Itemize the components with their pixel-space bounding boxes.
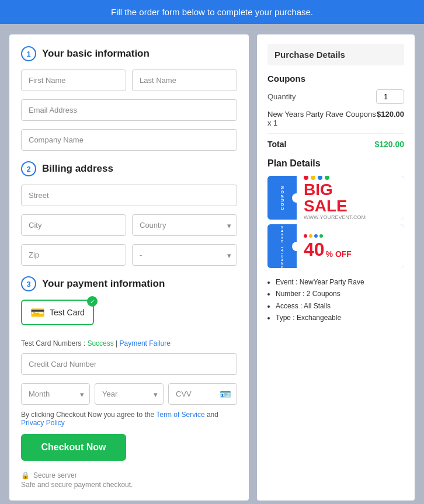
checkout-button[interactable]: Checkout Now	[21, 434, 126, 461]
item-price: $120.00	[377, 110, 404, 119]
item-name: New Years Party Rave Coupons x 1	[267, 110, 377, 127]
company-row	[21, 129, 237, 151]
terms-link1[interactable]: Term of Service	[156, 411, 204, 419]
plan-detail-2: Number : 2 Coupons	[276, 288, 404, 300]
section3-header: 3 Your payment information	[21, 276, 237, 291]
success-link[interactable]: Success	[87, 339, 113, 347]
ticket2-percent: 40	[304, 240, 325, 259]
dot2-blue	[314, 234, 318, 238]
total-label: Total	[267, 140, 286, 149]
terms-before: By clicking Checkout Now you agree to th…	[21, 411, 156, 419]
street-input[interactable]	[21, 185, 237, 206]
state-select[interactable]: -	[132, 244, 237, 266]
terms-middle: and	[205, 411, 218, 419]
right-panel: Purchase Details Coupons Quantity New Ye…	[257, 34, 415, 500]
lock-icon: 🔒	[21, 471, 30, 479]
plan-detail-4: Type : Exchangeable	[276, 312, 404, 324]
quantity-row: Quantity	[267, 89, 404, 104]
city-input[interactable]	[21, 214, 126, 236]
dot2-green	[319, 234, 323, 238]
quantity-label: Quantity	[267, 92, 296, 101]
percent-row: 40 % OFF	[304, 240, 397, 259]
ticket-big-sale: COUPON BIGSALE WWW.YOUREVENT.COM	[267, 176, 404, 220]
name-row	[21, 69, 237, 91]
plan-detail-3: Access : All Stalls	[276, 300, 404, 312]
cc-number-row	[21, 353, 237, 375]
section3-number: 3	[21, 276, 36, 291]
quantity-input[interactable]	[376, 89, 404, 104]
payment-details-row: Month Year 🪪	[21, 383, 237, 405]
company-input[interactable]	[21, 129, 237, 151]
ticket-container: COUPON BIGSALE WWW.YOUREVENT.COM	[267, 176, 404, 268]
first-name-field	[21, 69, 126, 91]
zip-input[interactable]	[21, 244, 126, 266]
terms-text: By clicking Checkout Now you agree to th…	[21, 411, 237, 427]
ticket1-sub: WWW.YOUREVENT.COM	[304, 214, 397, 220]
last-name-field	[132, 69, 237, 91]
secure-server-row: 🔒 Secure server	[21, 471, 237, 479]
dot2-yellow	[309, 234, 312, 238]
banner-text: Fill the order form below to complete yo…	[111, 7, 313, 17]
first-name-input[interactable]	[21, 69, 126, 91]
card-check-icon: ✓	[87, 296, 98, 307]
section1-header: 1 Your basic information	[21, 46, 237, 61]
section1-number: 1	[21, 46, 36, 61]
failure-link[interactable]: Payment Failure	[120, 339, 171, 347]
cvv-icon: 🪪	[220, 388, 231, 399]
item-row: New Years Party Rave Coupons x 1 $120.00	[267, 110, 404, 134]
purchase-details-header: Purchase Details	[267, 44, 404, 65]
ticket1-main: BIGSALE	[304, 182, 397, 214]
ticket1-stub: COUPON	[267, 176, 297, 220]
cvv-wrapper: 🪪	[168, 383, 237, 405]
country-wrapper: Country	[132, 214, 237, 236]
last-name-input[interactable]	[132, 69, 237, 91]
ticket1-body: BIGSALE WWW.YOUREVENT.COM	[297, 176, 404, 220]
city-country-row: Country	[21, 214, 237, 236]
total-row: Total $120.00	[267, 140, 404, 149]
year-select[interactable]: Year	[95, 383, 164, 405]
top-banner: Fill the order form below to complete yo…	[0, 0, 424, 24]
street-field	[21, 185, 237, 206]
section3-title: Your payment information	[42, 278, 165, 290]
section2-title: Billing address	[42, 163, 113, 175]
year-wrapper: Year	[95, 383, 164, 405]
email-input[interactable]	[21, 99, 237, 121]
section1-title: Your basic information	[42, 48, 150, 60]
dot-blue	[318, 176, 322, 180]
ticket2-off: % OFF	[326, 249, 352, 259]
coupons-title: Coupons	[267, 74, 404, 84]
ticket2-stub: SPECIAL OFFER	[267, 224, 297, 268]
dots-row2	[304, 234, 397, 238]
test-card-info: Test Card Numbers : Success | Payment Fa…	[21, 339, 237, 347]
ticket-40off: SPECIAL OFFER 40 % OFF	[267, 224, 404, 268]
dot-green	[325, 176, 329, 180]
country-select[interactable]: Country	[132, 214, 237, 236]
dots-row1	[304, 176, 397, 180]
section2-header: 2 Billing address	[21, 161, 237, 176]
dot-red	[304, 176, 308, 180]
secure-server-text: Secure server	[33, 471, 77, 479]
checkout-label: Checkout Now	[41, 442, 106, 452]
ticket1-stub-text: COUPON	[280, 185, 284, 210]
secure-note: Safe and secure payment checkout.	[21, 481, 237, 489]
terms-link2[interactable]: Privacy Policy	[21, 419, 65, 427]
total-amount: $120.00	[374, 140, 404, 149]
plan-info-list: Event : NewYear Party Rave Number : 2 Co…	[267, 276, 404, 324]
card-label-text: Test Card	[50, 308, 85, 317]
dot-yellow	[311, 176, 315, 180]
email-field	[21, 99, 237, 121]
card-row: 💳 Test Card ✓	[21, 300, 237, 331]
zip-state-row: -	[21, 244, 237, 266]
month-select[interactable]: Month	[21, 383, 90, 405]
cc-field	[21, 353, 237, 375]
card-option[interactable]: 💳 Test Card ✓	[21, 300, 94, 325]
street-row	[21, 185, 237, 206]
city-field	[21, 214, 126, 236]
test-card-label: Test Card Numbers :	[21, 339, 85, 347]
plan-detail-1: Event : NewYear Party Rave	[276, 276, 404, 288]
company-field	[21, 129, 237, 151]
plan-details-title: Plan Details	[267, 158, 404, 169]
state-wrapper: -	[132, 244, 237, 266]
cc-input[interactable]	[21, 353, 237, 375]
ticket2-body: 40 % OFF	[297, 224, 404, 268]
